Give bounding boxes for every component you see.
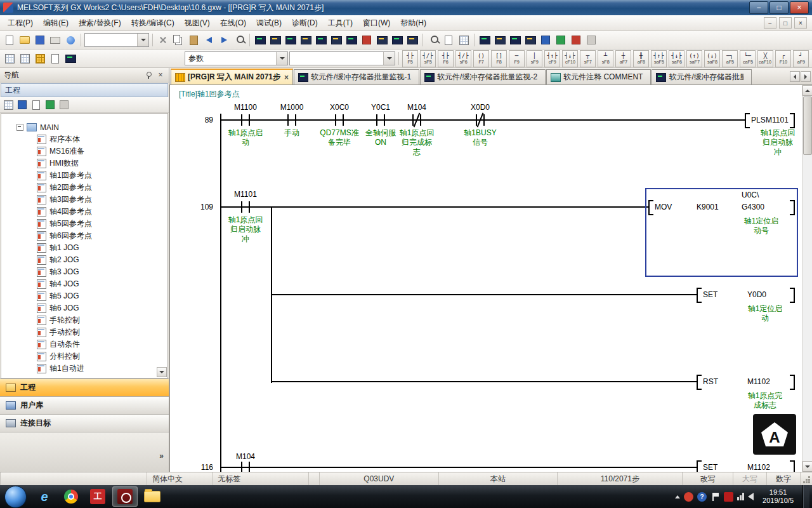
ladder-canvas[interactable]: [Title]轴1回参考点 89 M1100 轴1原点启 动 M1000 手动 … [169, 85, 812, 472]
scroll-up-icon[interactable] [802, 85, 812, 96]
ladder-symbol-button[interactable]: []F8 [491, 50, 507, 67]
tray-app-icon-2[interactable] [724, 492, 733, 502]
redo-icon[interactable] [217, 33, 231, 47]
ladder-symbol-button[interactable]: ┴sF8 [598, 50, 613, 67]
action-center-flag-icon[interactable] [710, 492, 720, 502]
contact-y0c1[interactable] [375, 114, 386, 126]
ladder-symbol-button[interactable]: ┌F10 [775, 50, 791, 67]
ladder-symbol-button[interactable]: │sF9 [527, 50, 542, 67]
ladder-symbol-button[interactable]: ()F7 [473, 50, 489, 67]
pls-instruction[interactable]: PLS [751, 116, 766, 124]
ladder-symbol-button[interactable]: ┤↑├cF9 [544, 50, 560, 67]
taskbar-clock[interactable]: 19:51 2019/10/5 [757, 488, 799, 505]
menu-item[interactable]: 视图(V) [180, 16, 215, 30]
taskbar-browser-icon[interactable]: e [32, 487, 56, 506]
help-icon[interactable] [63, 33, 77, 47]
contact-x0c0[interactable] [334, 114, 345, 126]
menu-item[interactable]: 编辑(E) [38, 16, 74, 30]
undo-icon[interactable] [202, 33, 216, 47]
start-button[interactable] [4, 486, 27, 508]
menu-item[interactable]: 调试(B) [251, 16, 287, 30]
mov-instruction[interactable]: MOV [655, 203, 672, 211]
ladder-symbol-button[interactable]: ┤/├sF6 [455, 50, 471, 67]
tree-item[interactable]: 轴1 JOG [1, 242, 167, 254]
ladder-symbol-button[interactable]: ┤├F5 [402, 50, 418, 67]
tree-item[interactable]: 手轮控制 [1, 314, 167, 326]
taskbar-explorer-icon[interactable] [140, 487, 164, 506]
close-button[interactable]: × [790, 1, 809, 14]
secondary-combo[interactable] [289, 51, 395, 65]
ladder-symbol-button[interactable]: ┘aF9 [793, 50, 809, 67]
nav-sort-icon[interactable] [16, 98, 29, 111]
editor-tab[interactable]: 软元件/缓冲存储器批量监视 [652, 69, 752, 84]
nav-param-icon[interactable] [2, 98, 15, 111]
menu-item[interactable]: 诊断(D) [287, 16, 323, 30]
navigation-window-icon[interactable] [3, 51, 16, 65]
collapse-icon[interactable] [16, 124, 23, 131]
ladder-symbol-button[interactable]: └─caF5 [740, 50, 756, 67]
copy-icon[interactable] [171, 33, 185, 47]
contact-m1000[interactable] [286, 114, 298, 126]
editor-tab[interactable]: 软元件/缓冲存储器批量监视-1 [294, 69, 419, 84]
rst-instruction[interactable]: RST [703, 377, 718, 386]
contact-m104[interactable] [240, 462, 251, 472]
write-to-plc-icon[interactable] [253, 33, 267, 47]
contact-m104-nc[interactable] [411, 114, 422, 126]
menu-item[interactable]: 搜索/替换(F) [74, 16, 126, 30]
toolbar-combo[interactable] [84, 33, 149, 47]
tab-scroll-left-icon[interactable] [790, 71, 800, 82]
ladder-symbol-button[interactable]: (↓)saF8 [704, 50, 720, 67]
start-monitor-icon[interactable] [344, 33, 358, 47]
read-from-plc-icon[interactable] [268, 33, 282, 47]
tree-root-main[interactable]: MAIN [1, 121, 167, 133]
menu-item[interactable]: 工程(P) [3, 16, 38, 30]
sampling-trace-icon[interactable] [390, 33, 404, 47]
output-device[interactable]: M1101 [766, 116, 789, 124]
ladder-program-icon[interactable] [33, 51, 47, 65]
scroll-down-icon[interactable] [802, 461, 812, 472]
mdi-close-button[interactable]: × [794, 17, 807, 29]
menu-item[interactable]: 帮助(H) [395, 16, 431, 30]
mov-operand[interactable]: K9001 [697, 203, 719, 211]
taskbar-app-icon-red[interactable]: 工 [86, 487, 110, 506]
options-icon[interactable] [584, 33, 598, 47]
editor-scrollbar[interactable] [802, 85, 812, 472]
tray-app-icon-1[interactable] [684, 492, 693, 502]
tree-item[interactable]: 自动条件 [1, 338, 167, 351]
open-project-icon[interactable] [18, 33, 32, 47]
output-device[interactable]: M1102 [747, 377, 770, 386]
tree-item[interactable]: 程序本体 [1, 133, 167, 145]
tab-close-icon[interactable]: × [283, 73, 289, 82]
plc-diagnostics-icon[interactable] [569, 33, 583, 47]
verify-with-plc-icon[interactable] [284, 33, 298, 47]
search-icon[interactable] [232, 33, 246, 47]
tree-item[interactable]: 轴2回参考点 [1, 182, 167, 194]
mov-device[interactable]: G4300 [742, 203, 764, 211]
mdi-restore-button[interactable]: □ [779, 17, 792, 29]
ladder-symbol-button[interactable]: ┬sF7 [580, 50, 596, 67]
ladder-symbol-button[interactable]: ┤↓├saF6 [669, 50, 684, 67]
minimize-button[interactable]: − [749, 1, 768, 14]
stop-monitor-icon[interactable] [360, 33, 374, 47]
restore-button[interactable]: □ [769, 1, 789, 14]
ladder-symbol-button[interactable]: (↑)saF7 [686, 50, 702, 67]
tray-expand-icon[interactable] [675, 495, 680, 498]
tray-help-icon[interactable]: ? [697, 492, 707, 502]
tree-item[interactable]: 轴6回参考点 [1, 230, 167, 242]
sampling-icon[interactable] [539, 33, 553, 47]
paste-icon[interactable] [187, 33, 200, 47]
editor-tab[interactable]: [PRG]R 写入 MAIN 2071步 × [171, 69, 293, 84]
ladder-symbol-button[interactable]: ┤├F6 [438, 50, 454, 67]
set-instruction[interactable]: SET [703, 290, 717, 299]
show-desktop-button[interactable] [802, 485, 809, 508]
monitor-mode-icon[interactable] [314, 33, 328, 47]
tree-item[interactable]: 轴2 JOG [1, 254, 167, 266]
zoom-icon[interactable] [426, 33, 440, 47]
ladder-symbol-button[interactable]: ─┐aF5 [722, 50, 738, 67]
local-device-icon[interactable] [48, 51, 62, 65]
device-batch-monitor-icon[interactable] [493, 33, 507, 47]
tree-item[interactable]: 分料控制 [1, 351, 167, 363]
statement-icon[interactable] [457, 33, 471, 47]
set-instruction[interactable]: SET [703, 463, 717, 472]
tree-item[interactable]: MS16准备 [1, 145, 167, 157]
